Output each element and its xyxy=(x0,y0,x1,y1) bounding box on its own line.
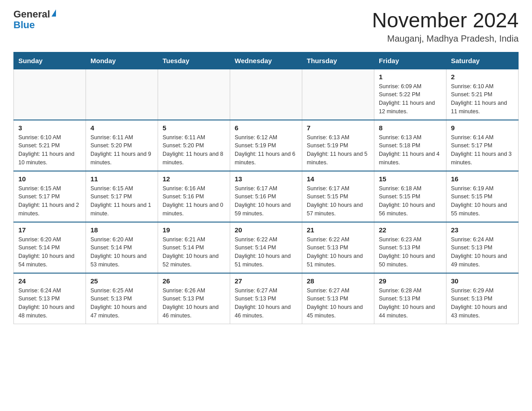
day-number: 28 xyxy=(307,277,369,285)
calendar-table: Sunday Monday Tuesday Wednesday Thursday… xyxy=(13,52,519,324)
day-info: Sunrise: 6:09 AM Sunset: 5:22 PM Dayligh… xyxy=(379,82,442,116)
day-info: Sunrise: 6:23 AM Sunset: 5:13 PM Dayligh… xyxy=(379,235,442,269)
day-number: 4 xyxy=(90,124,153,132)
calendar-week-row: 10Sunrise: 6:15 AM Sunset: 5:17 PM Dayli… xyxy=(14,171,519,222)
calendar-week-row: 24Sunrise: 6:24 AM Sunset: 5:13 PM Dayli… xyxy=(14,273,519,324)
day-info: Sunrise: 6:11 AM Sunset: 5:20 PM Dayligh… xyxy=(163,133,225,167)
table-row: 2Sunrise: 6:10 AM Sunset: 5:21 PM Daylig… xyxy=(446,69,519,120)
day-number: 18 xyxy=(90,226,153,234)
day-number: 17 xyxy=(18,226,81,234)
header-sunday: Sunday xyxy=(14,52,86,69)
table-row: 8Sunrise: 6:13 AM Sunset: 5:18 PM Daylig… xyxy=(374,120,446,171)
table-row xyxy=(14,69,86,120)
header-friday: Friday xyxy=(374,52,446,69)
day-info: Sunrise: 6:16 AM Sunset: 5:16 PM Dayligh… xyxy=(163,184,225,218)
day-number: 11 xyxy=(90,175,153,183)
logo: General Blue xyxy=(13,9,56,30)
day-number: 22 xyxy=(379,226,442,234)
day-number: 9 xyxy=(451,124,514,132)
day-info: Sunrise: 6:14 AM Sunset: 5:17 PM Dayligh… xyxy=(451,133,514,167)
day-info: Sunrise: 6:20 AM Sunset: 5:14 PM Dayligh… xyxy=(18,235,81,269)
day-number: 2 xyxy=(451,73,514,81)
table-row: 21Sunrise: 6:22 AM Sunset: 5:13 PM Dayli… xyxy=(302,222,374,273)
day-info: Sunrise: 6:13 AM Sunset: 5:19 PM Dayligh… xyxy=(307,133,369,167)
day-info: Sunrise: 6:21 AM Sunset: 5:14 PM Dayligh… xyxy=(163,235,225,269)
day-number: 24 xyxy=(18,277,81,285)
header: General Blue November 2024 Mauganj, Madh… xyxy=(13,9,519,44)
day-info: Sunrise: 6:24 AM Sunset: 5:13 PM Dayligh… xyxy=(18,287,81,320)
day-info: Sunrise: 6:19 AM Sunset: 5:15 PM Dayligh… xyxy=(451,184,514,218)
day-number: 30 xyxy=(451,277,514,285)
day-number: 15 xyxy=(379,175,442,183)
table-row: 22Sunrise: 6:23 AM Sunset: 5:13 PM Dayli… xyxy=(374,222,446,273)
calendar-title: November 2024 xyxy=(372,9,519,32)
table-row: 12Sunrise: 6:16 AM Sunset: 5:16 PM Dayli… xyxy=(158,171,230,222)
day-number: 10 xyxy=(18,175,81,183)
day-number: 7 xyxy=(307,124,369,132)
header-thursday: Thursday xyxy=(302,52,374,69)
day-info: Sunrise: 6:28 AM Sunset: 5:13 PM Dayligh… xyxy=(379,287,442,320)
day-info: Sunrise: 6:27 AM Sunset: 5:13 PM Dayligh… xyxy=(235,287,297,320)
day-number: 12 xyxy=(163,175,225,183)
table-row: 27Sunrise: 6:27 AM Sunset: 5:13 PM Dayli… xyxy=(230,273,302,324)
table-row: 15Sunrise: 6:18 AM Sunset: 5:15 PM Dayli… xyxy=(374,171,446,222)
table-row: 24Sunrise: 6:24 AM Sunset: 5:13 PM Dayli… xyxy=(14,273,86,324)
day-info: Sunrise: 6:15 AM Sunset: 5:17 PM Dayligh… xyxy=(18,184,81,218)
title-area: November 2024 Mauganj, Madhya Pradesh, I… xyxy=(372,9,519,44)
day-info: Sunrise: 6:10 AM Sunset: 5:21 PM Dayligh… xyxy=(451,82,514,116)
header-wednesday: Wednesday xyxy=(230,52,302,69)
calendar-week-row: 1Sunrise: 6:09 AM Sunset: 5:22 PM Daylig… xyxy=(14,69,519,120)
day-number: 14 xyxy=(307,175,369,183)
day-info: Sunrise: 6:20 AM Sunset: 5:14 PM Dayligh… xyxy=(90,235,153,269)
calendar-week-row: 3Sunrise: 6:10 AM Sunset: 5:21 PM Daylig… xyxy=(14,120,519,171)
logo-triangle-icon xyxy=(51,9,56,17)
day-number: 25 xyxy=(90,277,153,285)
calendar-subtitle: Mauganj, Madhya Pradesh, India xyxy=(372,34,519,44)
table-row: 23Sunrise: 6:24 AM Sunset: 5:13 PM Dayli… xyxy=(446,222,519,273)
header-tuesday: Tuesday xyxy=(158,52,230,69)
day-info: Sunrise: 6:18 AM Sunset: 5:15 PM Dayligh… xyxy=(379,184,442,218)
table-row: 17Sunrise: 6:20 AM Sunset: 5:14 PM Dayli… xyxy=(14,222,86,273)
table-row: 30Sunrise: 6:29 AM Sunset: 5:13 PM Dayli… xyxy=(446,273,519,324)
table-row: 1Sunrise: 6:09 AM Sunset: 5:22 PM Daylig… xyxy=(374,69,446,120)
day-number: 21 xyxy=(307,226,369,234)
day-number: 29 xyxy=(379,277,442,285)
day-info: Sunrise: 6:10 AM Sunset: 5:21 PM Dayligh… xyxy=(18,133,81,167)
day-number: 1 xyxy=(379,73,442,81)
day-number: 27 xyxy=(235,277,297,285)
logo-general-text: General xyxy=(13,9,56,20)
table-row: 29Sunrise: 6:28 AM Sunset: 5:13 PM Dayli… xyxy=(374,273,446,324)
header-monday: Monday xyxy=(86,52,158,69)
table-row: 25Sunrise: 6:25 AM Sunset: 5:13 PM Dayli… xyxy=(86,273,158,324)
table-row: 13Sunrise: 6:17 AM Sunset: 5:16 PM Dayli… xyxy=(230,171,302,222)
day-info: Sunrise: 6:12 AM Sunset: 5:19 PM Dayligh… xyxy=(235,133,297,167)
calendar-week-row: 17Sunrise: 6:20 AM Sunset: 5:14 PM Dayli… xyxy=(14,222,519,273)
table-row: 11Sunrise: 6:15 AM Sunset: 5:17 PM Dayli… xyxy=(86,171,158,222)
day-number: 5 xyxy=(163,124,225,132)
weekday-header-row: Sunday Monday Tuesday Wednesday Thursday… xyxy=(14,52,519,69)
day-info: Sunrise: 6:25 AM Sunset: 5:13 PM Dayligh… xyxy=(90,287,153,320)
table-row: 26Sunrise: 6:26 AM Sunset: 5:13 PM Dayli… xyxy=(158,273,230,324)
day-info: Sunrise: 6:26 AM Sunset: 5:13 PM Dayligh… xyxy=(163,287,225,320)
table-row xyxy=(86,69,158,120)
header-saturday: Saturday xyxy=(446,52,519,69)
day-number: 8 xyxy=(379,124,442,132)
day-info: Sunrise: 6:22 AM Sunset: 5:14 PM Dayligh… xyxy=(235,235,297,269)
day-number: 16 xyxy=(451,175,514,183)
table-row: 7Sunrise: 6:13 AM Sunset: 5:19 PM Daylig… xyxy=(302,120,374,171)
day-info: Sunrise: 6:27 AM Sunset: 5:13 PM Dayligh… xyxy=(307,287,369,320)
table-row xyxy=(230,69,302,120)
table-row: 16Sunrise: 6:19 AM Sunset: 5:15 PM Dayli… xyxy=(446,171,519,222)
day-info: Sunrise: 6:11 AM Sunset: 5:20 PM Dayligh… xyxy=(90,133,153,167)
day-info: Sunrise: 6:29 AM Sunset: 5:13 PM Dayligh… xyxy=(451,287,514,320)
day-info: Sunrise: 6:13 AM Sunset: 5:18 PM Dayligh… xyxy=(379,133,442,167)
table-row: 10Sunrise: 6:15 AM Sunset: 5:17 PM Dayli… xyxy=(14,171,86,222)
table-row: 20Sunrise: 6:22 AM Sunset: 5:14 PM Dayli… xyxy=(230,222,302,273)
day-number: 26 xyxy=(163,277,225,285)
table-row: 19Sunrise: 6:21 AM Sunset: 5:14 PM Dayli… xyxy=(158,222,230,273)
day-number: 20 xyxy=(235,226,297,234)
day-info: Sunrise: 6:17 AM Sunset: 5:16 PM Dayligh… xyxy=(235,184,297,218)
day-info: Sunrise: 6:17 AM Sunset: 5:15 PM Dayligh… xyxy=(307,184,369,218)
table-row: 6Sunrise: 6:12 AM Sunset: 5:19 PM Daylig… xyxy=(230,120,302,171)
day-info: Sunrise: 6:22 AM Sunset: 5:13 PM Dayligh… xyxy=(307,235,369,269)
